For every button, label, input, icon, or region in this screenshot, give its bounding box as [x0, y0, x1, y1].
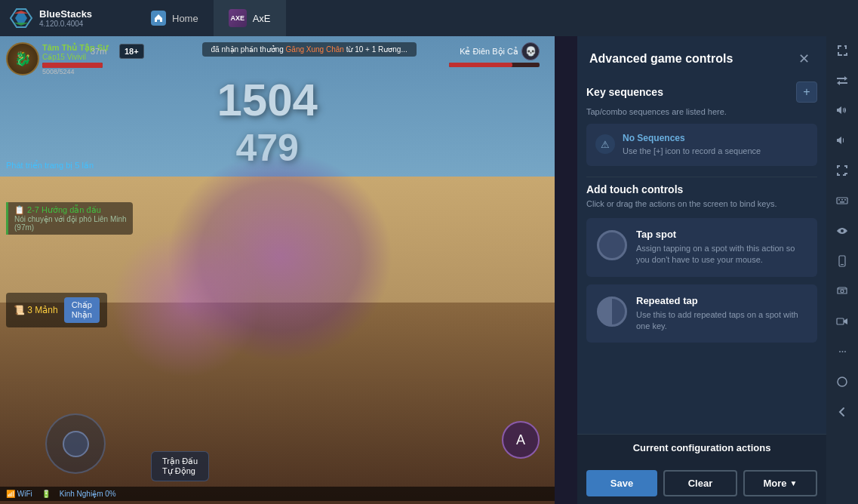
svg-rect-12	[837, 318, 844, 324]
right-sidebar: ···	[826, 0, 858, 504]
game-background	[0, 0, 555, 504]
panel-content: Key sequences + Tap/combo sequences are …	[577, 78, 826, 434]
svg-rect-8	[840, 201, 844, 203]
axe-game-icon: AXE	[229, 9, 247, 27]
svg-rect-7	[844, 199, 846, 201]
bluestacks-logo-icon	[9, 6, 33, 30]
svg-point-11	[841, 290, 844, 293]
tap-spot-title: Tap spot	[636, 229, 807, 240]
no-seq-title: No Sequences	[623, 133, 808, 143]
volume-up-icon	[836, 104, 848, 116]
phone-icon	[836, 255, 848, 267]
panel-footer: Save Clear More ▼	[577, 464, 826, 504]
expand-icon	[836, 44, 848, 56]
svg-rect-10	[841, 264, 844, 265]
tab-home[interactable]: Home	[136, 0, 214, 36]
repeated-tap-content: Repeated tap Use this to add repeated ta…	[636, 295, 807, 333]
save-button[interactable]: Save	[586, 470, 657, 496]
key-sequences-header: Key sequences +	[586, 81, 817, 103]
clear-button[interactable]: Clear	[663, 470, 737, 496]
camera-sidebar-btn[interactable]	[829, 278, 856, 305]
tap-spot-card[interactable]: Tap spot Assign tapping on a spot with t…	[586, 218, 817, 277]
volume-down-sidebar-btn[interactable]	[829, 127, 856, 154]
more-chevron-icon: ▼	[790, 479, 798, 487]
repeated-tap-icon	[597, 297, 627, 327]
more-dots-icon: ···	[838, 345, 846, 358]
config-title: Current configuration actions	[586, 442, 817, 453]
tap-spot-icon	[597, 230, 627, 260]
repeated-tap-desc: Use this to add repeated taps on a spot …	[636, 309, 807, 333]
warning-icon: ⚠	[595, 134, 615, 154]
circle-sidebar-btn[interactable]	[829, 368, 856, 395]
key-sequences-title: Key sequences	[586, 86, 663, 98]
fullscreen-icon	[836, 164, 848, 177]
app-version: 4.120.0.4004	[39, 20, 92, 28]
keyboard-icon	[836, 195, 848, 207]
advanced-controls-panel: Advanced game controls ✕ Key sequences +…	[577, 36, 826, 504]
eye-sidebar-btn[interactable]	[829, 217, 856, 244]
video-icon	[836, 315, 848, 327]
back-sidebar-btn[interactable]	[829, 398, 856, 426]
swap-sidebar-btn[interactable]	[829, 66, 856, 94]
logo-text-block: BlueStacks 4.120.0.4004	[39, 8, 92, 29]
add-sequence-button[interactable]: +	[796, 81, 817, 103]
tap-spot-desc: Assign tapping on a spot with this actio…	[636, 243, 807, 266]
volume-down-icon	[836, 134, 848, 146]
eye-icon	[836, 225, 848, 237]
svg-rect-5	[838, 199, 840, 201]
add-touch-desc: Click or drag the actions on the screen …	[586, 198, 817, 210]
bluestacks-logo: BlueStacks 4.120.0.4004	[0, 6, 136, 30]
close-button[interactable]: ✕	[793, 48, 814, 69]
phone-sidebar-btn[interactable]	[829, 247, 856, 275]
tab-home-label: Home	[172, 13, 198, 24]
more-label: More	[764, 478, 787, 489]
svg-marker-1	[15, 12, 27, 24]
more-dots-sidebar-btn[interactable]: ···	[829, 338, 856, 365]
tap-spot-content: Tap spot Assign tapping on a spot with t…	[636, 229, 807, 266]
no-seq-desc: Use the [+] icon to record a sequence	[623, 146, 808, 157]
key-sequences-desc: Tap/combo sequences are listed here.	[586, 107, 817, 116]
svg-rect-6	[841, 199, 843, 201]
expand-sidebar-btn[interactable]	[829, 36, 856, 63]
home-icon	[151, 11, 166, 26]
panel-header: Advanced game controls ✕	[577, 36, 826, 78]
no-sequences-card: ⚠ No Sequences Use the [+] icon to recor…	[586, 124, 817, 166]
tab-axe[interactable]: AXE AxE	[214, 0, 286, 36]
camera-icon	[836, 285, 848, 297]
circle-icon	[836, 376, 848, 388]
more-button[interactable]: More ▼	[743, 470, 817, 496]
app-name: BlueStacks	[39, 8, 92, 20]
keyboard-sidebar-btn[interactable]	[829, 187, 856, 214]
repeated-tap-card[interactable]: Repeated tap Use this to add repeated ta…	[586, 284, 817, 343]
fullscreen-sidebar-btn[interactable]	[829, 157, 856, 184]
svg-point-13	[838, 377, 847, 386]
add-touch-title: Add touch controls	[586, 183, 817, 195]
svg-rect-4	[837, 198, 847, 204]
swap-icon	[836, 74, 848, 86]
no-seq-content: No Sequences Use the [+] icon to record …	[623, 133, 808, 157]
divider-1	[586, 177, 817, 177]
volume-up-sidebar-btn[interactable]	[829, 97, 856, 124]
repeated-tap-title: Repeated tap	[636, 295, 807, 306]
back-icon	[836, 406, 848, 418]
panel-title: Advanced game controls	[589, 52, 733, 66]
config-section: Current configuration actions	[577, 434, 826, 464]
tab-axe-label: AxE	[253, 13, 271, 24]
top-bar: BlueStacks 4.120.0.4004 Home AXE AxE	[0, 0, 858, 36]
video-sidebar-btn[interactable]	[829, 308, 856, 335]
